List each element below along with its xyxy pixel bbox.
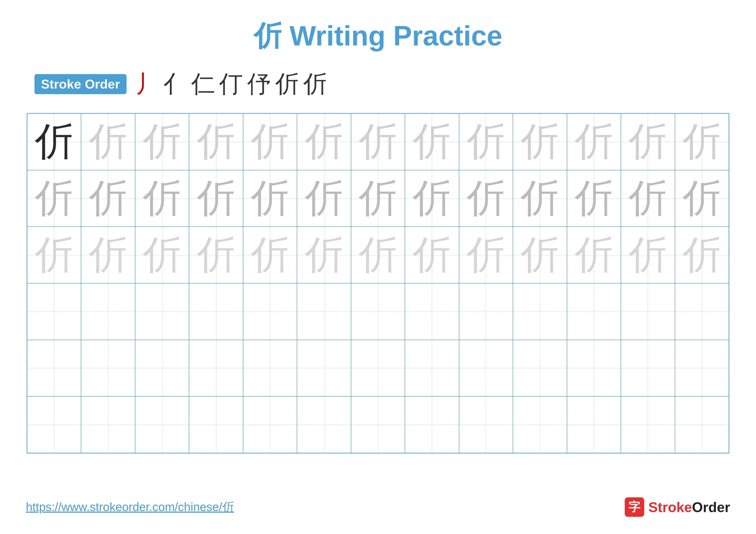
- practice-char: 伒: [35, 122, 73, 161]
- grid-cell-r1-c11[interactable]: 伒: [621, 170, 675, 227]
- grid-cell-r5-c6[interactable]: [351, 396, 405, 453]
- practice-char: 伒: [683, 179, 721, 218]
- grid-cell-r4-c2[interactable]: [135, 340, 189, 396]
- practice-char: 伒: [197, 179, 235, 218]
- logo-text: StrokeOrder: [648, 499, 730, 515]
- practice-char: 伒: [629, 236, 667, 274]
- practice-char: 伒: [305, 122, 343, 161]
- grid-cell-r4-c8[interactable]: [459, 340, 513, 396]
- practice-char: 伒: [467, 236, 505, 274]
- grid-cell-r1-c6[interactable]: 伒: [351, 170, 405, 227]
- grid-cell-r1-c8[interactable]: 伒: [459, 170, 513, 227]
- grid-cell-r5-c11[interactable]: [621, 396, 675, 453]
- grid-cell-r2-c8[interactable]: 伒: [459, 227, 513, 283]
- grid-cell-r1-c7[interactable]: 伒: [405, 170, 459, 227]
- practice-char: 伒: [143, 236, 181, 274]
- practice-char: 伒: [197, 236, 235, 274]
- grid-cell-r3-c11[interactable]: [621, 283, 675, 340]
- grid-cell-r0-c0[interactable]: 伒: [27, 114, 81, 170]
- grid-cell-r0-c5[interactable]: 伒: [297, 114, 351, 170]
- grid-cell-r1-c3[interactable]: 伒: [189, 170, 243, 227]
- practice-char: 伒: [35, 236, 73, 274]
- grid-cell-r4-c10[interactable]: [567, 340, 621, 396]
- grid-cell-r2-c0[interactable]: 伒: [27, 227, 81, 283]
- grid-cell-r4-c1[interactable]: [81, 340, 135, 396]
- grid-cell-r3-c0[interactable]: [27, 283, 81, 340]
- footer-url[interactable]: https://www.strokeorder.com/chinese/伒: [26, 499, 234, 515]
- grid-cell-r3-c5[interactable]: [297, 283, 351, 340]
- grid-cell-r2-c6[interactable]: 伒: [351, 227, 405, 283]
- grid-cell-r1-c9[interactable]: 伒: [513, 170, 567, 227]
- grid-cell-r0-c1[interactable]: 伒: [81, 114, 135, 170]
- grid-cell-r1-c10[interactable]: 伒: [567, 170, 621, 227]
- practice-char: 伒: [251, 179, 289, 218]
- grid-cell-r4-c6[interactable]: [351, 340, 405, 396]
- title-chinese-char: 伒: [254, 20, 289, 51]
- grid-cell-r1-c1[interactable]: 伒: [81, 170, 135, 227]
- grid-cell-r5-c2[interactable]: [135, 396, 189, 453]
- grid-cell-r5-c5[interactable]: [297, 396, 351, 453]
- grid-cell-r5-c7[interactable]: [405, 396, 459, 453]
- logo-icon: 字: [625, 497, 644, 517]
- grid-cell-r2-c5[interactable]: 伒: [297, 227, 351, 283]
- grid-cell-r3-c8[interactable]: [459, 283, 513, 340]
- grid-cell-r3-c4[interactable]: [243, 283, 297, 340]
- grid-cell-r4-c0[interactable]: [27, 340, 81, 396]
- grid-cell-r0-c8[interactable]: 伒: [459, 114, 513, 170]
- grid-cell-r5-c12[interactable]: [675, 396, 729, 453]
- grid-cell-r2-c10[interactable]: 伒: [567, 227, 621, 283]
- grid-cell-r5-c0[interactable]: [27, 396, 81, 453]
- grid-cell-r4-c3[interactable]: [189, 340, 243, 396]
- stroke-7: 伒: [303, 68, 327, 100]
- stroke-3: 仁: [191, 68, 215, 100]
- practice-char: 伒: [197, 122, 235, 161]
- grid-cell-r0-c9[interactable]: 伒: [513, 114, 567, 170]
- grid-cell-r4-c4[interactable]: [243, 340, 297, 396]
- grid-cell-r3-c6[interactable]: [351, 283, 405, 340]
- grid-cell-r2-c3[interactable]: 伒: [189, 227, 243, 283]
- grid-cell-r4-c7[interactable]: [405, 340, 459, 396]
- grid-cell-r5-c10[interactable]: [567, 396, 621, 453]
- grid-cell-r5-c3[interactable]: [189, 396, 243, 453]
- grid-cell-r0-c7[interactable]: 伒: [405, 114, 459, 170]
- grid-cell-r3-c1[interactable]: [81, 283, 135, 340]
- grid-cell-r0-c3[interactable]: 伒: [189, 114, 243, 170]
- grid-cell-r0-c6[interactable]: 伒: [351, 114, 405, 170]
- practice-grid: 伒 伒 伒 伒 伒 伒 伒 伒 伒 伒 伒 伒 伒 伒 伒 伒 伒 伒 伒 伒 …: [27, 113, 729, 453]
- grid-cell-r3-c2[interactable]: [135, 283, 189, 340]
- grid-cell-r5-c9[interactable]: [513, 396, 567, 453]
- grid-cell-r1-c2[interactable]: 伒: [135, 170, 189, 227]
- grid-cell-r3-c3[interactable]: [189, 283, 243, 340]
- grid-cell-r0-c10[interactable]: 伒: [567, 114, 621, 170]
- grid-cell-r1-c0[interactable]: 伒: [27, 170, 81, 227]
- grid-cell-r2-c2[interactable]: 伒: [135, 227, 189, 283]
- grid-cell-r1-c5[interactable]: 伒: [297, 170, 351, 227]
- grid-cell-r2-c4[interactable]: 伒: [243, 227, 297, 283]
- practice-char: 伒: [467, 122, 505, 161]
- grid-cell-r3-c10[interactable]: [567, 283, 621, 340]
- grid-cell-r5-c1[interactable]: [81, 396, 135, 453]
- grid-cell-r0-c2[interactable]: 伒: [135, 114, 189, 170]
- grid-cell-r4-c5[interactable]: [297, 340, 351, 396]
- grid-cell-r2-c11[interactable]: 伒: [621, 227, 675, 283]
- grid-cell-r2-c9[interactable]: 伒: [513, 227, 567, 283]
- grid-cell-r3-c7[interactable]: [405, 283, 459, 340]
- grid-cell-r4-c11[interactable]: [621, 340, 675, 396]
- grid-cell-r5-c8[interactable]: [459, 396, 513, 453]
- grid-cell-r0-c12[interactable]: 伒: [675, 114, 729, 170]
- grid-cell-r4-c12[interactable]: [675, 340, 729, 396]
- practice-char: 伒: [467, 179, 505, 218]
- grid-cell-r2-c7[interactable]: 伒: [405, 227, 459, 283]
- grid-cell-r0-c11[interactable]: 伒: [621, 114, 675, 170]
- grid-cell-r0-c4[interactable]: 伒: [243, 114, 297, 170]
- practice-char: 伒: [575, 122, 613, 161]
- grid-cell-r1-c4[interactable]: 伒: [243, 170, 297, 227]
- grid-cell-r2-c12[interactable]: 伒: [675, 227, 729, 283]
- grid-cell-r5-c4[interactable]: [243, 396, 297, 453]
- grid-cell-r1-c12[interactable]: 伒: [675, 170, 729, 227]
- grid-cell-r3-c12[interactable]: [675, 283, 729, 340]
- grid-cell-r4-c9[interactable]: [513, 340, 567, 396]
- grid-cell-r3-c9[interactable]: [513, 283, 567, 340]
- grid-cell-r2-c1[interactable]: 伒: [81, 227, 135, 283]
- practice-char: 伒: [359, 236, 397, 274]
